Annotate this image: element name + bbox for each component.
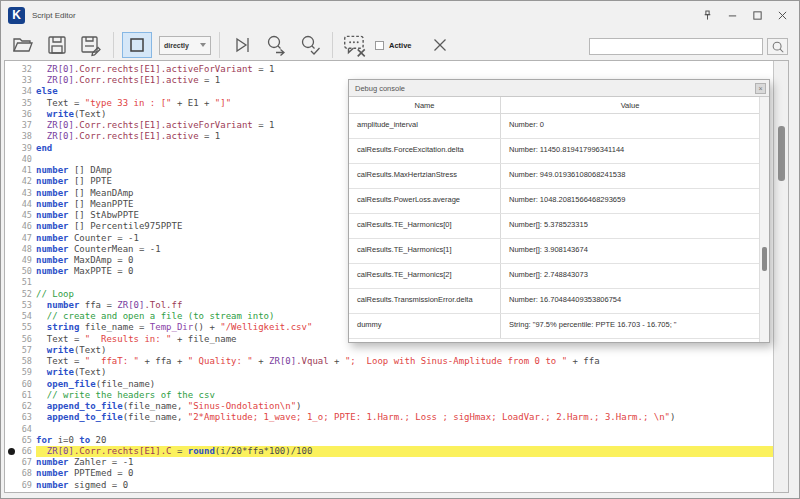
breakpoint-margin[interactable]	[5, 367, 18, 378]
debug-row[interactable]: dummyString: "97.5% percentile: PPTE 16.…	[349, 314, 759, 339]
minimize-button[interactable]	[725, 8, 739, 22]
breakpoint-margin[interactable]	[5, 255, 18, 266]
stop-button[interactable]	[122, 32, 152, 58]
save-button[interactable]	[43, 32, 71, 58]
breakpoint-margin[interactable]	[5, 424, 18, 435]
code-line[interactable]: 65for i=0 to 20	[5, 435, 773, 446]
breakpoint-margin[interactable]	[5, 120, 18, 131]
editor-vertical-scrollbar[interactable]	[773, 61, 788, 492]
breakpoint-margin[interactable]	[5, 210, 18, 221]
debug-row[interactable]: calResults.MaxHertzianStressNumber: 949.…	[349, 164, 759, 189]
debug-row[interactable]: calResults.TE_Harmonics[0]Number[]: 5.37…	[349, 214, 759, 239]
validate-script-button[interactable]	[296, 32, 324, 58]
line-number: 41	[18, 165, 36, 176]
open-file-button[interactable]	[9, 32, 37, 58]
pin-button[interactable]	[700, 8, 714, 22]
code-line[interactable]: 64	[5, 424, 773, 435]
breakpoint-margin[interactable]	[5, 480, 18, 491]
debug-row[interactable]: amplitude_intervalNumber: 0	[349, 114, 759, 139]
line-number: 63	[18, 412, 36, 423]
code-line[interactable]: 62 append_to_file(file_name, "Sinus-Ondo…	[5, 401, 773, 412]
debug-console-header[interactable]: Debug console ×	[349, 80, 769, 97]
debug-table-header: Name Value	[349, 97, 759, 114]
breakpoint-margin[interactable]	[5, 221, 18, 232]
breakpoint-margin[interactable]	[5, 379, 18, 390]
editor-scrollbar-thumb[interactable]	[778, 126, 785, 181]
close-button[interactable]	[775, 8, 789, 22]
line-number: 57	[18, 345, 36, 356]
breakpoint-margin[interactable]	[5, 233, 18, 244]
run-mode-value: directly	[164, 42, 189, 49]
breakpoint-margin[interactable]	[5, 188, 18, 199]
close-script-button[interactable]	[426, 32, 454, 58]
code-line[interactable]: 32 ZR[0].Corr.rechts[E1].activeForVarian…	[5, 64, 773, 75]
line-number: 67	[18, 457, 36, 468]
breakpoint-margin[interactable]	[5, 64, 18, 75]
search-input[interactable]	[589, 38, 763, 55]
debug-row-name: calResults.PowerLoss.average	[349, 189, 501, 213]
code-line[interactable]: 61 // write the headers of the csv	[5, 390, 773, 401]
breakpoint-margin[interactable]	[5, 165, 18, 176]
breakpoint-margin[interactable]	[5, 322, 18, 333]
save-as-button[interactable]	[77, 32, 105, 58]
breakpoint-margin[interactable]	[5, 311, 18, 322]
breakpoint-margin[interactable]	[5, 199, 18, 210]
breakpoint-margin[interactable]	[5, 345, 18, 356]
run-to-end-button[interactable]	[228, 32, 256, 58]
breakpoint-margin[interactable]	[5, 435, 18, 446]
breakpoint-margin[interactable]	[5, 75, 18, 86]
active-checkbox[interactable]	[375, 41, 384, 50]
breakpoint-margin[interactable]	[5, 131, 18, 142]
search-icon	[771, 40, 785, 54]
breakpoint-margin[interactable]	[5, 109, 18, 120]
breakpoint-margin[interactable]	[5, 356, 18, 367]
debug-console-scrollbar[interactable]	[759, 97, 769, 342]
breakpoint-margin[interactable]	[5, 446, 18, 457]
breakpoint-margin[interactable]	[5, 86, 18, 97]
debug-row[interactable]: calResults.TransmissionError.deltaNumber…	[349, 289, 759, 314]
breakpoint-margin[interactable]	[5, 244, 18, 255]
debug-row[interactable]: calResults.PowerLoss.averageNumber: 1048…	[349, 189, 759, 214]
breakpoint-margin[interactable]	[5, 143, 18, 154]
maximize-button[interactable]	[750, 8, 764, 22]
line-number: 48	[18, 244, 36, 255]
code-line[interactable]: 66 ZR[0].Corr.rechts[E1].C = round(i/20*…	[5, 446, 773, 457]
debug-row-name: calResults.ForceExcitation.delta	[349, 139, 501, 163]
code-line[interactable]: 68number PPTEmed = 0	[5, 468, 773, 479]
code-text: Text = " ffaT: " + ffa + " Quality: " + …	[36, 356, 773, 367]
code-line[interactable]: 67number Zahler = -1	[5, 457, 773, 468]
breakpoint-margin[interactable]	[5, 300, 18, 311]
search-forward-button[interactable]	[262, 32, 290, 58]
code-line[interactable]: 69number sigmed = 0	[5, 480, 773, 491]
clear-messages-button[interactable]	[341, 32, 369, 58]
breakpoint-margin[interactable]	[5, 289, 18, 300]
breakpoint-dot[interactable]	[8, 448, 15, 455]
debug-console-scrollbar-thumb[interactable]	[762, 247, 767, 271]
debug-row[interactable]: calResults.ForceExcitation.deltaNumber: …	[349, 139, 759, 164]
line-number: 66	[18, 446, 36, 457]
search-button[interactable]	[767, 38, 788, 55]
breakpoint-margin[interactable]	[5, 98, 18, 109]
breakpoint-margin[interactable]	[5, 154, 18, 165]
breakpoint-margin[interactable]	[5, 457, 18, 468]
breakpoint-margin[interactable]	[5, 277, 18, 288]
breakpoint-margin[interactable]	[5, 266, 18, 277]
code-line[interactable]: 60 open_file(file_name)	[5, 379, 773, 390]
debug-console-close-button[interactable]: ×	[755, 83, 766, 94]
line-number: 65	[18, 435, 36, 446]
code-line[interactable]: 58 Text = " ffaT: " + ffa + " Quality: "…	[5, 356, 773, 367]
code-text: for i=0 to 20	[36, 435, 773, 446]
breakpoint-margin[interactable]	[5, 412, 18, 423]
breakpoint-margin[interactable]	[5, 468, 18, 479]
line-number: 42	[18, 176, 36, 187]
breakpoint-margin[interactable]	[5, 176, 18, 187]
breakpoint-margin[interactable]	[5, 401, 18, 412]
breakpoint-margin[interactable]	[5, 334, 18, 345]
debug-row[interactable]: calResults.TE_Harmonics[2]Number[]: 2.74…	[349, 264, 759, 289]
run-mode-dropdown[interactable]: directly	[159, 36, 211, 55]
debug-row[interactable]: calResults.TE_Harmonics[1]Number[]: 3.90…	[349, 239, 759, 264]
code-line[interactable]: 63 append_to_file(file_name, "2*Amplitud…	[5, 412, 773, 423]
code-line[interactable]: 57 write(Text)	[5, 345, 773, 356]
code-line[interactable]: 59 write(Text)	[5, 367, 773, 378]
breakpoint-margin[interactable]	[5, 390, 18, 401]
